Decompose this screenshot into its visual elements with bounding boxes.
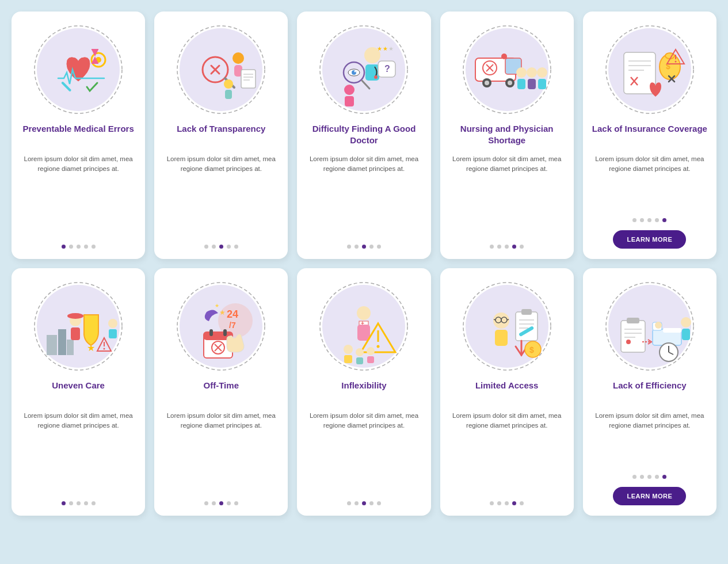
svg-text:?: ? [384,64,390,74]
learn-more-button-1[interactable]: LEARN MORE [613,230,686,249]
svg-text:★: ★ [377,45,382,52]
dot-4[interactable] [369,245,373,249]
card-lack-of-insurance-coverage: $ Lack of Insurance Coverage Lorem ipsum… [583,12,716,259]
dot-4[interactable] [84,501,88,505]
card-title-limited-access: Limited Access [475,380,539,405]
dot-4[interactable] [655,218,659,222]
card-dots-lack-of-insurance-coverage [632,218,666,222]
dot-1[interactable] [490,501,494,505]
dot-1[interactable] [62,245,66,249]
card-body-lack-of-transparency: Lorem ipsum dolor sit dim amet, mea regi… [162,154,280,237]
dot-2[interactable] [355,245,359,249]
svg-text:★: ★ [87,343,95,353]
dot-5[interactable] [234,245,238,249]
dot-5[interactable] [92,501,96,505]
dot-3[interactable] [77,501,81,505]
svg-point-27 [374,75,378,79]
dot-5[interactable] [377,245,381,249]
card-title-inflexibility: Inflexibility [341,380,386,405]
card-lack-of-transparency: Lack of Transparency Lorem ipsum dolor s… [154,12,288,259]
dot-2[interactable] [640,475,644,479]
dot-3[interactable] [505,501,509,505]
dot-1[interactable] [347,501,351,505]
svg-point-17 [224,79,233,89]
illustration-inflexibility: + [315,277,413,375]
dot-4[interactable] [227,501,231,505]
card-body-limited-access: Lorem ipsum dolor sit dim amet, mea regi… [448,411,566,493]
dot-1[interactable] [632,218,636,222]
svg-rect-19 [241,70,256,88]
card-body-nursing-physician-shortage: Lorem ipsum dolor sit dim amet, mea regi… [448,154,566,237]
dot-2[interactable] [497,245,501,249]
svg-line-123 [494,319,496,320]
svg-rect-112 [344,355,352,363]
dot-5[interactable] [377,501,381,505]
dot-3[interactable] [219,501,223,505]
dot-5[interactable] [520,245,524,249]
dot-3[interactable] [362,501,366,505]
dot-1[interactable] [632,475,636,479]
svg-rect-148 [682,329,690,340]
svg-rect-114 [356,357,363,364]
dot-4[interactable] [369,501,373,505]
svg-rect-76 [47,335,57,355]
dot-1[interactable] [204,501,208,505]
dot-2[interactable] [497,501,501,505]
svg-text:★: ★ [215,303,219,308]
card-dots-inflexibility [347,501,381,505]
svg-point-51 [501,54,507,59]
card-title-difficulty-finding-good-doctor: Difficulty Finding A Good Doctor [305,123,422,148]
dot-5[interactable] [92,245,96,249]
dot-3[interactable] [219,245,223,249]
dot-5[interactable] [520,501,524,505]
dot-1[interactable] [347,245,351,249]
illustration-lack-of-insurance-coverage: $ [601,21,699,119]
learn-more-button-2[interactable]: LEARN MORE [613,487,686,505]
svg-point-71 [674,61,676,63]
card-preventable-medical-errors: Preventable Medical Errors Lorem ipsum d… [12,12,145,259]
svg-point-50 [508,81,512,85]
dot-3[interactable] [647,218,651,222]
dot-4[interactable] [512,501,516,505]
svg-rect-138 [627,318,639,323]
illustration-lack-of-transparency [172,21,270,119]
illustration-difficulty-finding-good-doctor: ★ ★ ★ ? [315,21,413,119]
card-dots-uneven-care [62,501,96,505]
dot-5[interactable] [662,218,666,222]
dot-2[interactable] [355,501,359,505]
svg-point-86 [108,319,117,328]
svg-rect-126 [516,312,538,341]
svg-rect-53 [517,79,525,89]
dot-3[interactable] [647,475,651,479]
svg-point-104 [357,306,371,320]
svg-text:/7: /7 [229,321,236,330]
dot-2[interactable] [640,218,644,222]
dot-5[interactable] [234,501,238,505]
card-dots-lack-of-transparency [204,245,238,249]
dot-4[interactable] [227,245,231,249]
dot-1[interactable] [62,501,66,505]
dot-2[interactable] [69,245,73,249]
dot-2[interactable] [69,501,73,505]
svg-rect-107 [357,325,370,341]
svg-point-147 [681,317,691,327]
dot-4[interactable] [84,245,88,249]
dot-3[interactable] [505,245,509,249]
svg-text:$: $ [529,345,534,355]
dot-4[interactable] [512,245,516,249]
dot-1[interactable] [204,245,208,249]
svg-point-48 [485,81,489,85]
card-dots-nursing-physician-shortage [490,245,524,249]
dot-5[interactable] [662,475,666,479]
dot-3[interactable] [77,245,81,249]
dot-2[interactable] [212,501,216,505]
dot-3[interactable] [362,245,366,249]
card-body-preventable-medical-errors: Lorem ipsum dolor sit dim amet, mea regi… [20,154,137,237]
illustration-off-time: ★ ★ 24 /7 [172,277,270,375]
dot-4[interactable] [655,475,659,479]
svg-rect-97 [209,329,213,336]
dot-2[interactable] [212,245,216,249]
card-dots-off-time [204,501,238,505]
svg-rect-137 [621,321,645,352]
dot-1[interactable] [490,245,494,249]
